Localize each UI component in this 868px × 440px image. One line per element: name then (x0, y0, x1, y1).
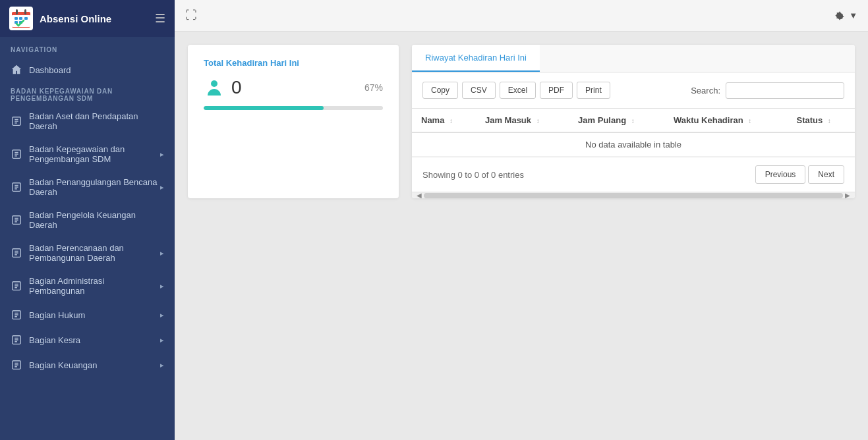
box-icon-7 (11, 334, 22, 346)
settings-label: ▼ (849, 11, 857, 20)
chevron-right-icon: ▸ (160, 361, 164, 370)
sidebar-item-label: Bagian Hukum (29, 310, 85, 320)
sidebar-item-bagian-admin[interactable]: Bagian Administrasi Pembangunan ▸ (0, 269, 175, 302)
svg-rect-9 (24, 9, 26, 14)
sidebar-item-badan-pengelola[interactable]: Badan Pengelola Keuangan Daerah (0, 204, 175, 236)
pdf-button[interactable]: PDF (540, 82, 573, 99)
no-data-message: No data available in table (412, 132, 855, 157)
tab-header: Riwayat Kehadiran Hari Ini (412, 45, 855, 72)
scroll-left-icon[interactable]: ◀ (415, 192, 424, 198)
svg-point-19 (211, 80, 217, 87)
sidebar-item-label: Badan Perencanaan dan Pembangunan Daerah (29, 243, 160, 263)
sidebar-item-label: Bagian Keuangan (29, 360, 97, 370)
person-icon (204, 77, 225, 98)
sidebar-item-label: Dashboard (29, 65, 71, 75)
topbar: ⛶ ▼ (175, 0, 868, 32)
chevron-right-icon: ▸ (160, 311, 164, 319)
box-icon-8 (11, 359, 22, 371)
progress-bar (204, 106, 383, 110)
sidebar-item-label: Badan Penanggulangan Bencana Daerah (29, 177, 160, 197)
app-logo (9, 7, 33, 30)
showing-text: Showing 0 to 0 of 0 entries (422, 170, 524, 180)
sidebar-item-badan-perencanaan[interactable]: Badan Perencanaan dan Pembangunan Daerah… (0, 236, 175, 269)
chevron-right-icon: ▸ (160, 282, 164, 290)
progress-bar-fill (204, 106, 324, 110)
sort-icon-waktu[interactable]: ↕ (748, 117, 751, 124)
sidebar-item-label: Bagian Kesra (29, 335, 80, 345)
svg-rect-5 (24, 17, 28, 20)
sidebar-item-label: Bagian Administrasi Pembangunan (29, 276, 160, 296)
table-toolbar: Copy CSV Excel PDF Print Search: (412, 72, 855, 108)
settings-menu[interactable]: ▼ (834, 11, 857, 21)
search-label: Search: (691, 86, 720, 96)
sort-icon-jam-masuk[interactable]: ↕ (536, 117, 540, 124)
sort-icon-jam-pulang[interactable]: ↕ (631, 117, 635, 124)
csv-button[interactable]: CSV (462, 82, 496, 99)
table-scroll-track: ◀ ▶ (412, 192, 855, 198)
sidebar-item-dashboard[interactable]: Dashboard (0, 57, 175, 82)
hamburger-icon[interactable]: ☰ (155, 11, 165, 26)
sidebar-item-label: Badan Pengelola Keuangan Daerah (29, 210, 164, 230)
sidebar-item-badan-penanggulangan[interactable]: Badan Penanggulangan Bencana Daerah ▸ (0, 171, 175, 204)
col-jam-masuk: Jam Masuk ↕ (476, 109, 569, 133)
next-button[interactable]: Next (808, 165, 844, 184)
box-icon-6 (11, 309, 22, 321)
kehadiran-card: Total Kehadiran Hari Ini 0 67% (188, 45, 399, 198)
table-row-empty: No data available in table (412, 132, 855, 157)
cards-row: Total Kehadiran Hari Ini 0 67% (188, 45, 855, 198)
pagination: Previous Next (755, 165, 844, 184)
expand-icon[interactable]: ⛶ (185, 9, 197, 22)
search-area: Search: (691, 82, 844, 99)
col-status: Status ↕ (788, 109, 855, 133)
box-icon-2 (11, 181, 22, 193)
nav-section-label: NAVIGATION (0, 37, 175, 57)
scroll-right-icon[interactable]: ▶ (843, 192, 852, 198)
sidebar-item-badan-kepegawaian[interactable]: Badan Kepegawaian dan Pengembangan SDM ▸ (0, 138, 175, 171)
kehadiran-title-prefix: Total (204, 58, 226, 68)
sort-icon-nama[interactable]: ↕ (449, 117, 453, 124)
col-jam-pulang: Jam Pulang ↕ (569, 109, 664, 133)
gear-icon (834, 11, 845, 21)
chevron-right-icon: ▸ (160, 336, 164, 344)
kehadiran-count: 0 (231, 77, 242, 98)
col-nama: Nama ↕ (412, 109, 476, 133)
scroll-thumb[interactable] (424, 193, 843, 198)
kehadiran-title-highlight: Kehadiran Hari Ini (226, 58, 299, 68)
svg-rect-4 (19, 17, 22, 20)
data-table: Nama ↕ Jam Masuk ↕ Jam Pulang ↕ (412, 108, 855, 157)
print-button[interactable]: Print (577, 82, 610, 99)
person-count: 0 (204, 77, 242, 98)
sidebar-item-label: Badan Aset dan Pendapatan Daerah (29, 111, 164, 131)
content-area: Total Kehadiran Hari Ini 0 67% (175, 32, 868, 440)
box-icon-1 (11, 148, 22, 160)
chevron-right-icon: ▸ (160, 249, 164, 258)
main-content: ⛶ ▼ Total Kehadiran Hari Ini (175, 0, 868, 440)
chevron-right-icon: ▸ (160, 183, 164, 192)
tab-riwayat[interactable]: Riwayat Kehadiran Hari Ini (412, 45, 540, 72)
box-icon-3 (11, 214, 22, 226)
kehadiran-body: 0 67% (204, 77, 383, 98)
sidebar-header: Absensi Online ☰ (0, 0, 175, 37)
riwayat-card: Riwayat Kehadiran Hari Ini Copy CSV Exce… (412, 45, 855, 198)
sidebar: Absensi Online ☰ NAVIGATION Dashboard BA… (0, 0, 175, 440)
svg-rect-3 (14, 17, 18, 20)
col-waktu: Waktu Kehadiran ↕ (664, 109, 788, 133)
sidebar-item-badan-aset[interactable]: Badan Aset dan Pendapatan Daerah (0, 105, 175, 138)
sidebar-item-bagian-hukum[interactable]: Bagian Hukum ▸ (0, 302, 175, 327)
chevron-right-icon: ▸ (160, 150, 164, 159)
sidebar-item-bagian-kesra[interactable]: Bagian Kesra ▸ (0, 327, 175, 352)
previous-button[interactable]: Previous (755, 165, 806, 184)
table-footer: Showing 0 to 0 of 0 entries Previous Nex… (412, 157, 855, 192)
sort-icon-status[interactable]: ↕ (828, 117, 831, 124)
box-icon-0 (11, 115, 22, 127)
copy-button[interactable]: Copy (422, 82, 458, 99)
box-icon-5 (11, 280, 22, 292)
excel-button[interactable]: Excel (500, 82, 536, 99)
kehadiran-percent: 67% (364, 82, 383, 93)
table-header-row: Nama ↕ Jam Masuk ↕ Jam Pulang ↕ (412, 109, 855, 133)
sidebar-group-label: BADAN KEPEGAWAIAN DAN PENGEMBANGAN SDM (0, 82, 175, 105)
search-input[interactable] (726, 82, 844, 99)
kehadiran-title: Total Kehadiran Hari Ini (204, 58, 383, 68)
svg-rect-8 (16, 9, 18, 14)
sidebar-item-bagian-keuangan[interactable]: Bagian Keuangan ▸ (0, 352, 175, 377)
